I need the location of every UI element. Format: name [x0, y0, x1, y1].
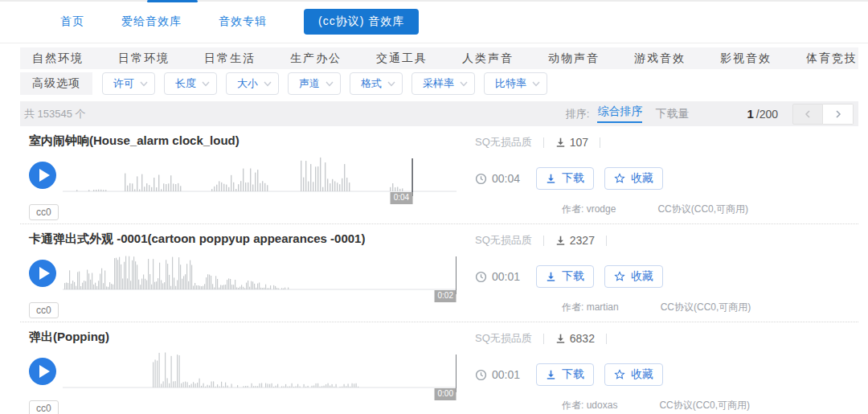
duration-group: 00:01 — [475, 270, 536, 283]
category-daily-life[interactable]: 日常生活 — [194, 51, 266, 66]
divider — [600, 137, 600, 148]
sound-title[interactable]: 弹出(Popping) — [29, 330, 465, 347]
item-meta-column: SQ无损品质 2327 00:01 — [465, 232, 858, 318]
item-player-column: 卡通弹出式外观 -0001(cartoon poppyup appearance… — [29, 232, 465, 318]
author-name[interactable]: udoxas — [587, 400, 618, 411]
stats-row: SQ无损品质 2327 — [475, 232, 858, 249]
download-count-group: 6832 — [555, 332, 595, 345]
chevron-down-icon — [264, 81, 272, 87]
license-tag: cc0 — [29, 302, 59, 318]
download-count: 2327 — [570, 234, 595, 247]
download-icon — [546, 174, 556, 184]
filter-length-dropdown[interactable]: 长度 — [164, 72, 217, 95]
filter-size-label: 大小 — [237, 76, 258, 91]
filter-format-label: 格式 — [361, 76, 382, 91]
sort-option-downloads[interactable]: 下载量 — [655, 107, 689, 121]
download-icon — [555, 236, 566, 246]
credits-row: 作者: vrodge CC协议(CC0,可商用) — [475, 203, 858, 216]
item-player-column: 弹出(Popping) 0:00 cc0 — [29, 330, 465, 414]
divider — [543, 137, 544, 148]
nav-link-sfx-albums[interactable]: 音效专辑 — [219, 14, 267, 29]
filter-license-dropdown[interactable]: 许可 — [102, 72, 155, 95]
author-name[interactable]: martian — [587, 301, 619, 313]
category-game-sfx[interactable]: 游戏音效 — [624, 51, 696, 66]
stats-row: SQ无损品质 6832 — [475, 330, 858, 347]
play-button[interactable] — [29, 260, 56, 287]
time-badge: 0:02 — [435, 290, 457, 302]
favorite-button[interactable]: 收藏 — [604, 265, 663, 288]
prev-page-button[interactable] — [792, 104, 823, 125]
waveform[interactable]: 0:00 — [63, 350, 457, 400]
category-film-sfx[interactable]: 影视音效 — [710, 51, 782, 66]
nav-link-home[interactable]: 首页 — [60, 14, 84, 29]
advanced-options-toggle[interactable]: 高级选项 — [20, 72, 92, 95]
divider — [606, 236, 607, 246]
category-sports[interactable]: 体育竞技 — [796, 51, 868, 66]
category-transport[interactable]: 交通工具 — [366, 51, 438, 66]
nav-link-aigei-sfx-library[interactable]: 爱给音效库 — [121, 14, 182, 29]
sound-list-item: 室内闹钟响(House_alarm clock_loud) 0:04 cc0 — [20, 126, 858, 220]
stats-row: SQ无损品质 107 — [475, 133, 858, 151]
category-daily-env[interactable]: 日常环境 — [108, 51, 180, 66]
favorite-button[interactable]: 收藏 — [604, 363, 663, 386]
download-count: 107 — [570, 136, 588, 149]
waveform[interactable]: 0:02 — [63, 252, 457, 302]
chevron-left-icon — [805, 110, 811, 118]
chevron-down-icon — [532, 81, 540, 87]
main-content: 自然环境 日常环境 日常生活 生产办公 交通工具 人类声音 动物声音 游戏音效 … — [20, 47, 858, 414]
filter-bitrate-dropdown[interactable]: 比特率 — [484, 72, 547, 95]
category-human-voice[interactable]: 人类声音 — [452, 51, 524, 66]
divider — [543, 334, 544, 344]
sound-title[interactable]: 卡通弹出式外观 -0001(cartoon poppyup appearance… — [29, 232, 465, 249]
play-button[interactable] — [29, 358, 56, 385]
category-animal-sound[interactable]: 动物声音 — [538, 51, 610, 66]
sort-option-comprehensive[interactable]: 综合排序 — [597, 105, 642, 123]
license-tag: cc0 — [29, 204, 59, 220]
download-icon — [555, 137, 566, 148]
filter-length-label: 长度 — [175, 76, 196, 91]
time-badge: 0:04 — [391, 192, 412, 204]
download-button-label: 下载 — [562, 171, 584, 186]
cc-license-sfx-library-button[interactable]: (cc协议) 音效库 — [304, 9, 419, 35]
chevron-right-icon — [835, 110, 841, 118]
star-icon — [614, 271, 625, 282]
actions-row: 00:01 下载 收藏 — [475, 265, 858, 288]
chevron-down-icon — [202, 81, 210, 87]
filter-row: 高级选项 许可 长度 大小 声道 格式 采样率 比特率 — [20, 72, 858, 96]
player-row: 0:02 — [29, 252, 465, 302]
category-office[interactable]: 生产办公 — [280, 51, 352, 66]
clock-icon — [475, 271, 487, 283]
star-icon — [614, 173, 625, 184]
download-button[interactable]: 下载 — [536, 265, 594, 288]
divider — [543, 236, 544, 246]
license-text: CC协议(CC0,可商用) — [661, 301, 751, 314]
actions-row: 00:01 下载 收藏 — [475, 363, 858, 386]
sound-title[interactable]: 室内闹钟响(House_alarm clock_loud) — [29, 133, 465, 151]
filter-license-label: 许可 — [113, 76, 134, 91]
page-current: 1 — [747, 107, 753, 121]
play-button[interactable] — [29, 162, 56, 189]
tag-row: cc0 — [29, 302, 465, 318]
license-tag: cc0 — [29, 400, 59, 414]
item-meta-column: SQ无损品质 6832 00:01 — [465, 330, 858, 414]
download-button[interactable]: 下载 — [536, 167, 594, 190]
filter-samplerate-dropdown[interactable]: 采样率 — [411, 72, 475, 95]
duration-group: 00:01 — [475, 368, 536, 381]
filter-channels-dropdown[interactable]: 声道 — [288, 72, 341, 95]
duration-text: 00:04 — [492, 172, 520, 185]
pagination — [792, 104, 854, 125]
author-name[interactable]: vrodge — [587, 203, 616, 215]
filter-samplerate-label: 采样率 — [423, 76, 454, 91]
favorite-button[interactable]: 收藏 — [604, 167, 663, 190]
filter-size-dropdown[interactable]: 大小 — [226, 72, 279, 95]
player-row: 0:00 — [29, 350, 465, 400]
filter-bitrate-label: 比特率 — [495, 76, 526, 91]
license-text: CC协议(CC0,可商用) — [659, 399, 750, 412]
filter-format-dropdown[interactable]: 格式 — [350, 72, 403, 95]
chevron-down-icon — [387, 81, 395, 87]
download-button[interactable]: 下载 — [536, 363, 594, 386]
category-natural-env[interactable]: 自然环境 — [22, 51, 94, 66]
waveform[interactable]: 0:04 — [63, 154, 457, 204]
quality-badge: SQ无损品质 — [475, 233, 532, 248]
next-page-button[interactable] — [823, 104, 854, 125]
